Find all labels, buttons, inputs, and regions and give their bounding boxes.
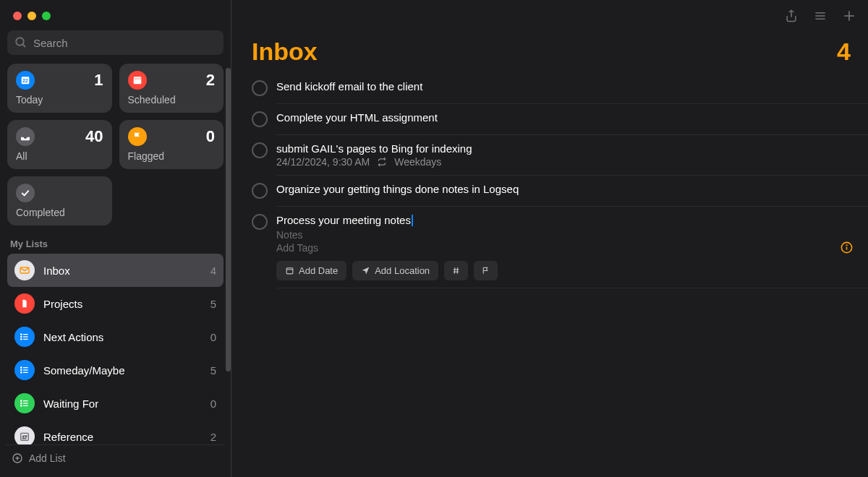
task-title[interactable]: Complete your HTML assignment [276, 111, 854, 124]
task-checkbox[interactable] [252, 214, 268, 230]
task-tags-input[interactable]: Add Tags [276, 242, 840, 254]
sidebar-item-reference[interactable]: 17 Reference 2 [7, 420, 224, 444]
list-label: Projects [43, 298, 210, 310]
add-list-button[interactable]: Add List [6, 444, 225, 471]
page-title: Inbox [252, 38, 318, 66]
share-button[interactable] [784, 9, 799, 23]
all-count: 40 [85, 127, 103, 146]
svg-line-39 [454, 267, 455, 274]
sidebar-item-inbox[interactable]: Inbox 4 [7, 254, 224, 287]
sidebar-item-next-actions[interactable]: Next Actions 0 [7, 320, 224, 353]
svg-text:17: 17 [22, 435, 27, 439]
minimize-window-button[interactable] [27, 12, 36, 20]
add-date-label: Add Date [299, 265, 338, 276]
svg-rect-35 [286, 268, 293, 274]
scheduled-count: 2 [206, 71, 215, 90]
task-repeat: Weekdays [394, 156, 441, 168]
search-box[interactable] [7, 30, 224, 55]
list-label: Inbox [43, 265, 210, 277]
checkmark-icon [16, 184, 35, 202]
scheduled-label: Scheduled [128, 94, 216, 106]
svg-point-43 [846, 244, 847, 245]
calendar-icon [128, 71, 147, 90]
repeat-icon [377, 157, 387, 167]
list-view-button[interactable] [813, 9, 827, 23]
list-label: Someday/Maybe [43, 364, 210, 377]
task-title[interactable]: submit GAIL's pages to Bing for indexing [276, 142, 854, 155]
task-checkbox[interactable] [252, 183, 268, 199]
add-flag-button[interactable] [474, 261, 498, 280]
list-label: Next Actions [43, 331, 210, 343]
svg-point-11 [21, 336, 22, 337]
plus-circle-icon [12, 452, 23, 464]
list-bullet-icon [14, 327, 35, 347]
smart-list-today[interactable]: 22 1 Today [7, 64, 112, 113]
sidebar-item-someday[interactable]: Someday/Maybe 5 [7, 353, 224, 387]
flagged-count: 0 [206, 127, 215, 146]
add-tag-button[interactable] [444, 261, 468, 280]
list-label: Reference [43, 431, 210, 443]
list-count: 2 [210, 431, 216, 443]
task-row-editing[interactable]: Process your meeting notes Notes Add Tag… [276, 207, 868, 288]
page-count: 4 [837, 38, 851, 66]
task-row[interactable]: Organize your getting things done notes … [276, 176, 868, 207]
add-location-button[interactable]: Add Location [352, 261, 438, 280]
close-window-button[interactable] [13, 12, 22, 20]
scrollbar[interactable] [226, 68, 231, 371]
sidebar-item-projects[interactable]: Projects 5 [7, 287, 224, 320]
calendar-today-icon: 22 [16, 71, 35, 90]
info-button[interactable] [840, 241, 854, 254]
today-label: Today [16, 94, 103, 106]
add-list-label: Add List [29, 452, 66, 464]
hash-icon [451, 266, 461, 275]
list-count: 4 [210, 265, 216, 277]
smart-list-scheduled[interactable]: 2 Scheduled [119, 64, 224, 113]
task-checkbox[interactable] [252, 111, 268, 127]
smart-list-flagged[interactable]: 0 Flagged [119, 120, 224, 169]
svg-point-17 [21, 369, 22, 370]
task-checkbox[interactable] [252, 80, 268, 96]
envelope-icon [14, 260, 35, 280]
my-lists-header: My Lists [6, 225, 225, 254]
svg-text:22: 22 [22, 78, 28, 83]
flag-icon [481, 266, 490, 275]
task-row[interactable]: Send kickoff email to the client [276, 73, 868, 104]
task-title[interactable]: Send kickoff email to the client [276, 80, 854, 93]
today-count: 1 [94, 71, 103, 90]
list-bullet-icon [14, 360, 35, 380]
task-notes-input[interactable]: Notes [276, 229, 840, 241]
svg-point-24 [21, 405, 22, 406]
calendar-small-icon: 17 [14, 426, 35, 444]
smart-list-all[interactable]: 40 All [7, 120, 112, 169]
sidebar-item-waiting[interactable]: Waiting For 0 [7, 387, 224, 420]
completed-label: Completed [16, 207, 103, 218]
svg-point-23 [21, 403, 22, 403]
svg-point-16 [21, 367, 22, 368]
list-count: 5 [210, 364, 216, 377]
all-label: All [16, 150, 103, 162]
smart-list-completed[interactable]: Completed [7, 176, 112, 225]
svg-point-18 [21, 372, 22, 373]
list-count: 0 [210, 398, 216, 410]
task-row[interactable]: submit GAIL's pages to Bing for indexing… [276, 135, 868, 176]
search-input[interactable] [33, 37, 216, 49]
list-count: 0 [210, 331, 216, 343]
tray-icon [16, 127, 35, 146]
search-icon [14, 36, 27, 49]
svg-point-0 [16, 38, 24, 46]
svg-line-1 [22, 44, 25, 47]
document-icon [14, 293, 35, 314]
flagged-label: Flagged [128, 150, 216, 162]
new-reminder-button[interactable] [842, 9, 856, 23]
add-location-label: Add Location [375, 265, 430, 276]
task-title-input[interactable]: Process your meeting notes [276, 214, 840, 226]
add-date-button[interactable]: Add Date [276, 261, 346, 280]
fullscreen-window-button[interactable] [42, 12, 51, 20]
location-icon [361, 266, 370, 275]
svg-point-10 [21, 334, 22, 335]
task-row[interactable]: Complete your HTML assignment [276, 104, 868, 135]
window-controls [6, 6, 225, 30]
task-title[interactable]: Organize your getting things done notes … [276, 183, 854, 195]
task-checkbox[interactable] [252, 142, 268, 158]
list-label: Waiting For [43, 398, 210, 410]
